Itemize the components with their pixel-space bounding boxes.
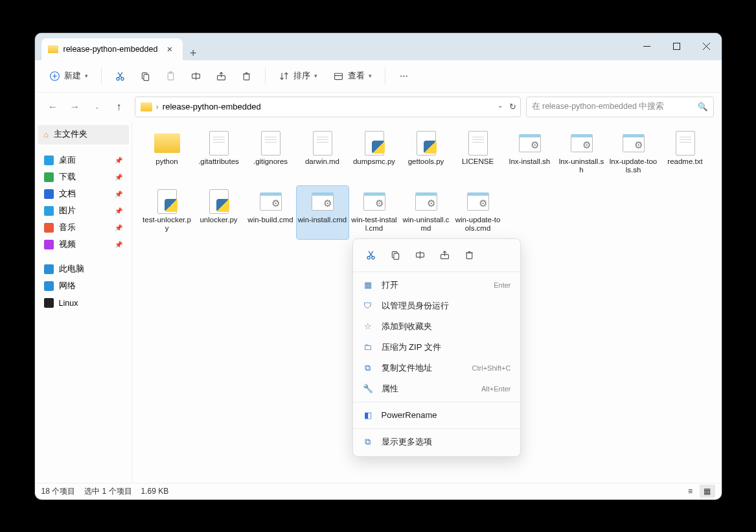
file-name: python: [155, 157, 178, 167]
file-icon: [153, 189, 181, 214]
file-icon: [308, 189, 337, 214]
file-item[interactable]: win-update-tools.cmd: [452, 186, 504, 239]
file-item[interactable]: lnx-update-tools.sh: [608, 128, 659, 181]
tab-current[interactable]: release-python-embedded ×: [41, 38, 183, 60]
recent-button[interactable]: ⌄: [87, 97, 108, 117]
file-item[interactable]: LICENSE: [452, 128, 504, 181]
icons-view-button[interactable]: ▦: [700, 485, 715, 498]
folder-icon: [141, 102, 152, 111]
file-icon: [412, 189, 441, 214]
file-item[interactable]: win-uninstall.cmd: [400, 186, 452, 239]
svg-point-25: [406, 75, 407, 76]
file-icon: [619, 130, 648, 156]
file-icon: [412, 130, 441, 156]
sidebar-item[interactable]: 音乐📌: [38, 220, 129, 237]
file-icon: [516, 130, 544, 156]
file-name: win-test-install.cmd: [350, 216, 399, 234]
file-item[interactable]: python: [141, 128, 193, 181]
file-name: win-uninstall.cmd: [402, 216, 451, 234]
file-name: test-unlocker.py: [143, 216, 192, 234]
path-icon: ⧉: [362, 363, 374, 373]
file-item[interactable]: win-test-install.cmd: [349, 186, 400, 239]
sidebar-item[interactable]: 图片📌: [38, 203, 129, 220]
file-name: .gitattributes: [198, 157, 239, 167]
sidebar-item[interactable]: 视频📌: [38, 237, 129, 253]
file-item[interactable]: unlocker.py: [193, 186, 245, 239]
ctx-run-admin[interactable]: 🛡以管理员身份运行: [353, 295, 520, 316]
sort-button[interactable]: 排序▾: [272, 65, 324, 87]
svg-point-8: [120, 77, 123, 80]
file-icon: [567, 130, 596, 156]
new-tab-button[interactable]: +: [183, 47, 203, 60]
share-button[interactable]: [209, 65, 233, 87]
sidebar-item[interactable]: 桌面📌: [38, 152, 129, 169]
maximize-button[interactable]: [662, 33, 692, 60]
file-icon: [360, 189, 389, 214]
back-button[interactable]: ←: [43, 97, 63, 117]
sidebar-item[interactable]: Linux: [38, 295, 129, 312]
file-icon: [257, 130, 285, 156]
svg-rect-31: [394, 253, 399, 259]
ctx-share-button[interactable]: [433, 246, 457, 265]
view-button[interactable]: 查看▾: [326, 65, 378, 87]
search-input[interactable]: 在 release-python-embedded 中搜索 🔍: [526, 97, 714, 117]
ctx-zip[interactable]: 🗀压缩为 ZIP 文件: [353, 337, 520, 358]
file-item[interactable]: dumpsmc.py: [349, 128, 400, 181]
file-icon: [257, 189, 285, 214]
file-item[interactable]: lnx-uninstall.sh: [556, 128, 608, 181]
ctx-open[interactable]: ▦打开Enter: [353, 275, 520, 295]
sidebar-item[interactable]: 网络: [38, 278, 129, 295]
file-name: dumpsmc.py: [353, 157, 395, 167]
file-item[interactable]: test-unlocker.py: [141, 186, 193, 239]
rename-button[interactable]: [184, 65, 208, 87]
file-item[interactable]: .gitattributes: [193, 128, 245, 181]
sidebar-item[interactable]: 此电脑: [38, 261, 129, 278]
file-item[interactable]: win-install.cmd: [297, 186, 349, 239]
cut-button[interactable]: [108, 65, 132, 87]
file-item[interactable]: lnx-install.sh: [504, 128, 556, 181]
refresh-button[interactable]: ↻: [509, 102, 516, 111]
more-icon: ⧉: [362, 437, 374, 447]
file-name: readme.txt: [667, 157, 702, 167]
ctx-copy-button[interactable]: [384, 246, 407, 265]
ctx-show-more[interactable]: ⧉显示更多选项: [353, 432, 520, 452]
details-view-button[interactable]: ≡: [683, 485, 698, 498]
file-item[interactable]: win-build.cmd: [245, 186, 297, 239]
sidebar-home[interactable]: ⌂ 主文件夹: [38, 125, 129, 145]
up-button[interactable]: ↑: [109, 97, 130, 117]
file-item[interactable]: darwin.md: [297, 128, 349, 181]
ctx-rename-button[interactable]: [409, 246, 432, 265]
new-button[interactable]: 新建▾: [43, 65, 95, 87]
file-item[interactable]: .gitignores: [245, 128, 297, 181]
sidebar-item[interactable]: 文档📌: [38, 186, 129, 203]
open-icon: ▦: [362, 280, 374, 290]
copy-button[interactable]: [133, 65, 157, 87]
powerrename-icon: ◧: [362, 410, 374, 420]
minimize-button[interactable]: [632, 33, 662, 60]
explorer-window: release-python-embedded × + 新建▾ 排序▾: [35, 33, 722, 500]
ctx-properties[interactable]: 🔧属性Alt+Enter: [353, 378, 520, 399]
svg-point-26: [367, 257, 370, 259]
paste-button[interactable]: [159, 65, 183, 87]
file-icon: [308, 130, 337, 156]
tab-close-button[interactable]: ×: [163, 43, 176, 54]
search-icon: 🔍: [698, 102, 708, 111]
close-button[interactable]: [692, 33, 722, 60]
ctx-delete-button[interactable]: [458, 246, 481, 265]
file-item[interactable]: gettools.py: [400, 128, 452, 181]
ctx-copy-path[interactable]: ⧉复制文件地址Ctrl+Shift+C: [353, 358, 520, 378]
forward-button[interactable]: →: [65, 97, 86, 117]
breadcrumb-path[interactable]: release-python-embedded: [163, 102, 261, 111]
ctx-favorite[interactable]: ☆添加到收藏夹: [353, 316, 520, 337]
more-button[interactable]: [392, 65, 416, 87]
file-item[interactable]: readme.txt: [659, 128, 711, 181]
status-count: 18 个项目: [41, 486, 76, 497]
delete-button[interactable]: [235, 65, 258, 87]
toolbar: 新建▾ 排序▾ 查看▾: [35, 60, 722, 93]
sidebar-item[interactable]: 下载📌: [38, 169, 129, 186]
ctx-powerrename[interactable]: ◧PowerRename: [353, 405, 520, 426]
tab-title: release-python-embedded: [63, 45, 158, 54]
ctx-cut-button[interactable]: [360, 246, 383, 265]
address-dropdown[interactable]: ⌄: [498, 102, 503, 111]
address-bar[interactable]: › release-python-embedded ⌄ ↻: [135, 97, 521, 117]
